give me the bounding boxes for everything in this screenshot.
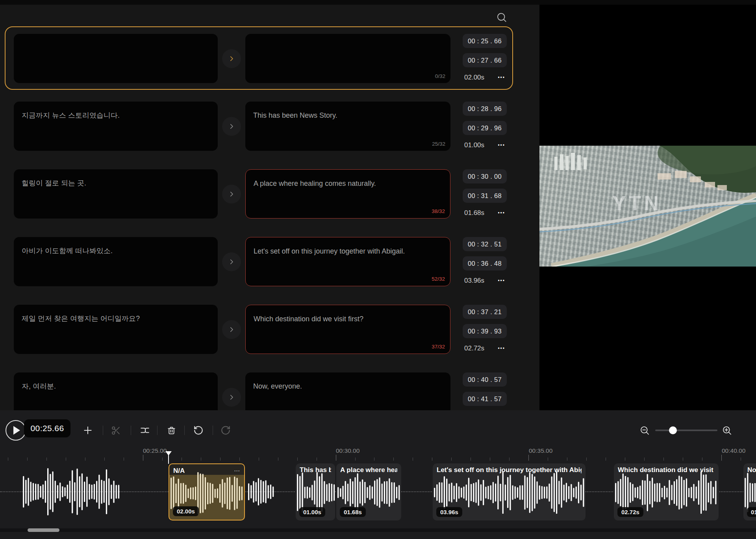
window-top-strip [0, 0, 756, 5]
clip-menu-icon[interactable]: ⋯ [234, 469, 240, 473]
audio-clip[interactable]: Which destination did we visit fi 02.72s [614, 463, 719, 520]
translate-arrow-button[interactable] [222, 388, 241, 407]
duration-row: 02.00s ••• [463, 74, 507, 81]
zoom-in-button[interactable] [720, 423, 734, 437]
end-time-pill[interactable]: 00 : 27 . 66 [463, 53, 507, 67]
zoom-out-button[interactable] [637, 423, 652, 437]
zoom-slider-knob[interactable] [669, 426, 677, 434]
audio-clip[interactable]: N/A ⋯ 02.00s [169, 463, 245, 520]
source-text-box[interactable]: 자, 여러분. [14, 372, 218, 410]
translate-arrow-button[interactable] [222, 320, 241, 339]
unassigned-waveform[interactable] [22, 463, 120, 520]
start-time-pill[interactable]: 00 : 32 . 51 [463, 237, 507, 251]
char-count: 52/32 [432, 276, 445, 283]
row-menu-icon[interactable]: ••• [498, 346, 505, 351]
play-button[interactable] [6, 420, 26, 441]
chevron-right-icon [228, 123, 235, 130]
clip-header: N/A ⋯ [169, 464, 244, 475]
reorder-button[interactable] [138, 423, 152, 437]
subtitle-row[interactable]: 힐링이 절로 되는 곳. A place where healing comes… [0, 169, 539, 219]
subtitle-row[interactable]: 지금까지 뉴스 스토리였습니다. This has been News Stor… [0, 102, 539, 151]
duration-label: 01.00s [464, 141, 484, 149]
timeline-panel: 00:25.66 00:25. [0, 410, 756, 539]
translate-arrow-cell [218, 237, 245, 286]
add-clip-button[interactable] [81, 423, 95, 437]
zoom-in-icon [722, 425, 732, 436]
audio-clip[interactable]: No 01 [743, 463, 756, 520]
clip-duration-badge: 02.00s [173, 506, 199, 516]
start-time-pill[interactable]: 00 : 30 . 00 [463, 169, 507, 183]
subtitle-row[interactable]: 아비가 이도함께 떠나봐있소. Let's set off on this jo… [0, 237, 539, 286]
end-time-pill[interactable]: 00 : 31 . 68 [463, 189, 507, 203]
translate-arrow-button[interactable] [222, 49, 241, 68]
source-text-box[interactable]: 지금까지 뉴스 스토리였습니다. [14, 102, 218, 151]
ruler-tick [336, 455, 336, 461]
end-time-pill[interactable]: 00 : 36 . 48 [463, 256, 507, 270]
toolbar-separator [184, 426, 185, 435]
target-text-box[interactable]: Which destination did we visit first? 37… [245, 305, 450, 354]
clip-label: Let's set off on this journey together w… [437, 466, 582, 474]
target-text: A place where healing comes naturally. [254, 180, 376, 187]
start-time-pill[interactable]: 00 : 25 . 66 [463, 34, 507, 48]
redo-icon [220, 425, 231, 435]
source-text-box[interactable]: 제일 먼저 찾은 여행지는 어디일까요? [14, 305, 218, 354]
ruler-tick [317, 458, 317, 461]
audio-clip[interactable]: A place where heal 01.68s [336, 463, 401, 520]
source-text-box[interactable] [14, 34, 218, 83]
subtitle-row-list: 0/32 00 : 25 . 66 00 : 27 . 66 02.00s ••… [0, 34, 539, 410]
source-text-box[interactable]: 아비가 이도함께 떠나봐있소. [14, 237, 218, 286]
ruler-tick [432, 458, 432, 461]
ruler-time-label: 00:35.00 [529, 447, 552, 454]
duration-row: 02.72s ••• [463, 345, 507, 352]
ruler-tick [586, 458, 587, 461]
cut-button[interactable] [109, 423, 123, 437]
target-text: Which destination did we visit first? [254, 315, 363, 323]
unassigned-waveform[interactable] [247, 463, 274, 520]
search-button[interactable] [495, 10, 509, 24]
target-text-box[interactable]: Now, everyone. [245, 372, 450, 410]
redo-button[interactable] [219, 423, 233, 437]
start-time-pill[interactable]: 00 : 40 . 57 [463, 372, 507, 387]
toolbar-separator [157, 426, 158, 435]
row-menu-icon[interactable]: ••• [498, 210, 505, 216]
timeline-scrollbar-thumb[interactable] [28, 528, 59, 532]
audio-clip[interactable]: Let's set off on this journey together w… [433, 463, 586, 520]
undo-button[interactable] [191, 423, 206, 437]
char-count: 25/32 [432, 141, 445, 148]
row-menu-icon[interactable]: ••• [498, 75, 505, 80]
subtitle-row[interactable]: 제일 먼저 찾은 여행지는 어디일까요? Which destination d… [0, 305, 539, 354]
row-menu-icon[interactable]: ••• [498, 143, 505, 148]
ruler-tick [721, 455, 722, 461]
ruler-tick [702, 458, 702, 461]
toolbar-separator [103, 426, 103, 435]
row-times: 00 : 32 . 51 00 : 36 . 48 03.96s ••• [463, 237, 507, 286]
subtitle-row[interactable]: 자, 여러분. Now, everyone. 00 : 40 . 57 00 :… [0, 372, 539, 410]
ruler-tick [374, 458, 374, 461]
end-time-pill[interactable]: 00 : 29 . 96 [463, 121, 507, 135]
row-menu-icon[interactable]: ••• [498, 278, 505, 283]
translate-arrow-button[interactable] [222, 117, 241, 136]
target-text-box[interactable]: Let's set off on this journey together w… [245, 237, 450, 286]
subtitle-row[interactable]: 0/32 00 : 25 . 66 00 : 27 . 66 02.00s ••… [0, 34, 539, 83]
char-count: 0/32 [435, 73, 445, 80]
ruler-tick [567, 458, 567, 461]
audio-clip[interactable]: This has b 01.00s [296, 463, 335, 520]
translate-arrow-button[interactable] [222, 185, 241, 204]
target-text: Now, everyone. [253, 382, 302, 390]
start-time-pill[interactable]: 00 : 37 . 21 [463, 305, 507, 319]
video-preview[interactable]: YTN [539, 146, 756, 267]
timeline-scrollbar-track[interactable] [0, 528, 756, 532]
translate-arrow-button[interactable] [222, 252, 241, 271]
target-text-box[interactable]: This has been News Story. 25/32 [245, 102, 450, 151]
end-time-pill[interactable]: 00 : 39 . 93 [463, 324, 507, 338]
source-text: 지금까지 뉴스 스토리였습니다. [22, 111, 120, 119]
chevron-right-icon [228, 191, 235, 198]
target-text-box[interactable]: A place where healing comes naturally. 3… [245, 169, 450, 219]
delete-button[interactable] [164, 423, 178, 437]
target-text-box[interactable]: 0/32 [245, 34, 450, 83]
start-time-pill[interactable]: 00 : 28 . 96 [463, 102, 507, 116]
zoom-out-icon [639, 425, 650, 436]
source-text-box[interactable]: 힐링이 절로 되는 곳. [14, 169, 218, 219]
timeline-zoom-slider[interactable] [655, 430, 717, 431]
end-time-pill[interactable]: 00 : 41 . 57 [463, 392, 507, 406]
